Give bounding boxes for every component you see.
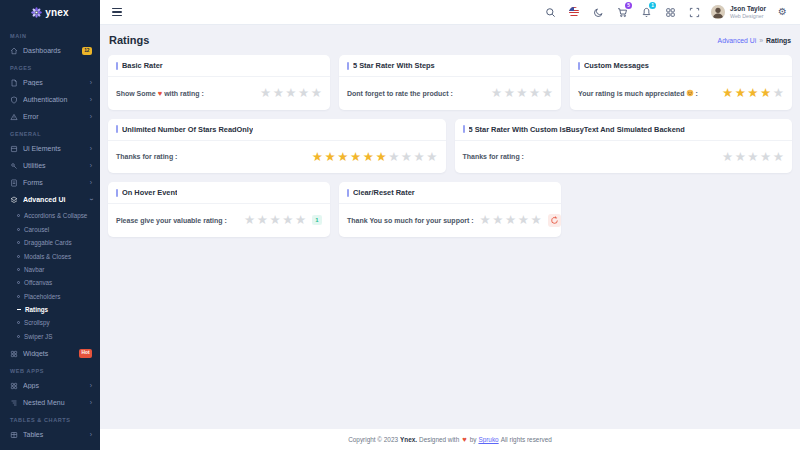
star-icon[interactable]: ★ bbox=[282, 214, 293, 227]
sidebar-item-utilities[interactable]: Utilities› bbox=[0, 157, 100, 174]
card-unlimited-number-of-stars-readonly: Unlimited Number Of Stars ReadOnlyThanks… bbox=[108, 119, 446, 174]
star-icon[interactable]: ★ bbox=[735, 87, 746, 100]
bullet-icon bbox=[17, 281, 20, 284]
sidebar-section-label: MAIN bbox=[0, 27, 100, 42]
star-icon: ★ bbox=[401, 151, 412, 164]
cart-badge: 5 bbox=[625, 2, 632, 9]
star-icon[interactable]: ★ bbox=[760, 87, 771, 100]
sidebar-item-authentication[interactable]: Authentication› bbox=[0, 91, 100, 108]
breadcrumb-separator: » bbox=[759, 37, 763, 44]
star-icon[interactable]: ★ bbox=[773, 151, 784, 164]
sidebar-section-label: TABLES & CHARTS bbox=[0, 411, 100, 426]
sidebar-item-label: Widgets bbox=[23, 350, 74, 357]
card-clear-reset-rater: Clear/Reset RaterThank You so much for y… bbox=[339, 182, 561, 237]
sidebar-subitem-draggable-cards[interactable]: Draggable Cards bbox=[0, 236, 100, 249]
star-icon[interactable]: ★ bbox=[285, 87, 296, 100]
star-icon[interactable]: ★ bbox=[257, 214, 268, 227]
sidebar-subitem-offcanvas[interactable]: Offcanvas bbox=[0, 276, 100, 289]
sidebar-item-tables[interactable]: Tables› bbox=[0, 426, 100, 443]
sidebar-item-forms[interactable]: Forms› bbox=[0, 174, 100, 191]
star-icon[interactable]: ★ bbox=[735, 151, 746, 164]
settings-gear-icon[interactable]: ⚙ bbox=[775, 5, 790, 20]
sidebar-item-nested-menu[interactable]: Nested Menu› bbox=[0, 394, 100, 411]
sidebar-subitem-accordions-collapse[interactable]: Accordions & Collapse bbox=[0, 209, 100, 222]
card-title: Basic Rater bbox=[122, 61, 163, 70]
sidebar-item-pages[interactable]: Pages› bbox=[0, 74, 100, 91]
star-icon[interactable]: ★ bbox=[516, 87, 527, 100]
sidebar-item-error[interactable]: Error› bbox=[0, 108, 100, 125]
footer-spruko-link[interactable]: Spruko bbox=[478, 436, 498, 443]
star-icon[interactable]: ★ bbox=[260, 87, 271, 100]
star-icon[interactable]: ★ bbox=[747, 87, 758, 100]
breadcrumb-parent-link[interactable]: Advanced Ui bbox=[718, 37, 757, 44]
sidebar-subitem-carousel[interactable]: Carousel bbox=[0, 223, 100, 236]
star-rater: ★★★★★ bbox=[491, 87, 553, 100]
sidebar-subitem-label: Carousel bbox=[24, 226, 49, 233]
sidebar-subitem-scrollspy[interactable]: Scrollspy bbox=[0, 316, 100, 329]
star-icon[interactable]: ★ bbox=[773, 87, 784, 100]
sidebar-subitem-label: Ratings bbox=[25, 306, 48, 313]
brand-name: ynex bbox=[45, 7, 69, 18]
chevron-right-icon: › bbox=[90, 113, 92, 120]
card-accent-bar bbox=[116, 189, 118, 197]
star-icon[interactable]: ★ bbox=[529, 87, 540, 100]
sidebar-item-label: Pages bbox=[23, 79, 85, 86]
cart-icon[interactable]: 5 bbox=[615, 5, 630, 20]
star-rater: ★★★★★★★★★★ bbox=[312, 151, 438, 164]
star-icon[interactable]: ★ bbox=[298, 87, 309, 100]
sidebar-subitem-ratings[interactable]: Ratings bbox=[0, 303, 100, 316]
sidebar-subitem-label: Offcanvas bbox=[24, 279, 52, 286]
apps-icon bbox=[10, 382, 18, 390]
auth-icon bbox=[10, 96, 18, 104]
star-icon[interactable]: ★ bbox=[480, 214, 491, 227]
sidebar-item-label: Advanced Ui bbox=[23, 196, 85, 203]
star-icon[interactable]: ★ bbox=[311, 87, 322, 100]
footer-designed-with: Designed with bbox=[419, 436, 459, 443]
fullscreen-icon[interactable] bbox=[687, 5, 702, 20]
star-icon[interactable]: ★ bbox=[722, 151, 733, 164]
brand-logo[interactable]: ynex bbox=[0, 0, 100, 25]
star-icon[interactable]: ★ bbox=[760, 151, 771, 164]
sidebar-item-label: Apps bbox=[23, 382, 85, 389]
star-icon[interactable]: ★ bbox=[518, 214, 529, 227]
star-icon[interactable]: ★ bbox=[273, 87, 284, 100]
sidebar-item-advanced-ui[interactable]: Advanced Ui› bbox=[0, 191, 100, 208]
star-icon[interactable]: ★ bbox=[491, 87, 502, 100]
language-flag-icon[interactable] bbox=[567, 5, 582, 20]
star-icon[interactable]: ★ bbox=[244, 214, 255, 227]
star-icon[interactable]: ★ bbox=[722, 87, 733, 100]
star-icon[interactable]: ★ bbox=[492, 214, 503, 227]
star-icon[interactable]: ★ bbox=[270, 214, 281, 227]
star-icon[interactable]: ★ bbox=[505, 214, 516, 227]
user-menu[interactable]: Json Taylor Web Designer bbox=[711, 5, 766, 19]
sidebar-item-apps[interactable]: Apps› bbox=[0, 377, 100, 394]
reset-rating-button[interactable] bbox=[548, 214, 561, 227]
sidebar-item-ui-elements[interactable]: Ui Elements› bbox=[0, 140, 100, 157]
sidebar-subitem-navbar[interactable]: Navbar bbox=[0, 263, 100, 276]
star-icon[interactable]: ★ bbox=[295, 214, 306, 227]
star-icon[interactable]: ★ bbox=[542, 87, 553, 100]
advanced-icon bbox=[10, 196, 18, 204]
star-icon[interactable]: ★ bbox=[747, 151, 758, 164]
star-icon[interactable]: ★ bbox=[530, 214, 541, 227]
sidebar-item-widgets[interactable]: WidgetsHot bbox=[0, 345, 100, 362]
sidebar-subitem-modals-closes[interactable]: Modals & Closes bbox=[0, 249, 100, 262]
rating-prompt-text: Thanks for rating : bbox=[463, 153, 524, 160]
sidebar-item-dashboards[interactable]: Dashboards12 bbox=[0, 42, 100, 59]
star-icon[interactable]: ★ bbox=[504, 87, 515, 100]
sidebar-toggle-icon[interactable] bbox=[112, 8, 122, 16]
sidebar-subitem-label: Scrollspy bbox=[24, 319, 50, 326]
card-basic-rater: Basic RaterShow Some ♥ with rating :★★★★… bbox=[108, 55, 330, 110]
notifications-bell-icon[interactable]: 1 bbox=[639, 5, 654, 20]
sidebar-subitem-label: Draggable Cards bbox=[24, 239, 72, 246]
bullet-icon bbox=[17, 335, 20, 338]
cards-row-2: Unlimited Number Of Stars ReadOnlyThanks… bbox=[108, 119, 792, 174]
sidebar-subitem-placeholders[interactable]: Placeholders bbox=[0, 289, 100, 302]
dark-mode-icon[interactable] bbox=[591, 5, 606, 20]
search-icon[interactable] bbox=[543, 5, 558, 20]
ynex-logo-icon bbox=[31, 7, 42, 18]
card-title: On Hover Event bbox=[122, 188, 177, 197]
apps-grid-icon[interactable] bbox=[663, 5, 678, 20]
star-rater: ★★★★★1 bbox=[244, 214, 322, 227]
sidebar-subitem-swiper-js[interactable]: Swiper JS bbox=[0, 330, 100, 343]
